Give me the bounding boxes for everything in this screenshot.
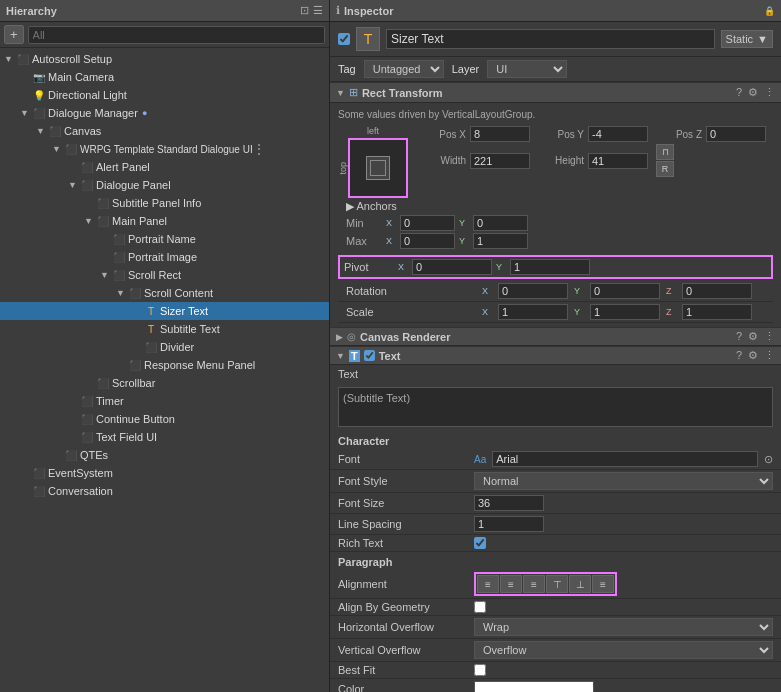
- font-size-input[interactable]: [474, 495, 544, 511]
- tree-item-sizer-text[interactable]: T Sizer Text: [0, 302, 329, 320]
- squish-bottom-btn[interactable]: R: [656, 161, 674, 177]
- pivot-y-input[interactable]: [510, 259, 590, 275]
- static-dropdown[interactable]: Static ▼: [721, 30, 773, 48]
- tree-item-main-camera[interactable]: 📷 Main Camera: [0, 68, 329, 86]
- tree-item-eventsystem[interactable]: ⬛ EventSystem: [0, 464, 329, 482]
- tree-item-dir-light[interactable]: 💡 Directional Light: [0, 86, 329, 104]
- text-enabled-checkbox[interactable]: [364, 350, 375, 361]
- add-object-button[interactable]: +: [4, 25, 24, 44]
- menu-icon[interactable]: ☰: [313, 4, 323, 17]
- rotation-z-input[interactable]: [682, 283, 752, 299]
- overflow-menu-icon[interactable]: ⋮: [764, 349, 775, 362]
- hierarchy-search[interactable]: [28, 26, 325, 44]
- tree-item-portrait-name[interactable]: ⬛ Portrait Name: [0, 230, 329, 248]
- squish-top-btn[interactable]: ⊓: [656, 144, 674, 160]
- tree-item-scrollbar[interactable]: ⬛ Scrollbar: [0, 374, 329, 392]
- tag-select[interactable]: Untagged: [364, 60, 444, 78]
- tree-item-wrpg[interactable]: ▼ ⬛ WRPG Template Standard Dialogue UI ⋮: [0, 140, 329, 158]
- max-y-input[interactable]: [473, 233, 528, 249]
- rect-transform-section-header[interactable]: ▼ ⊞ Rect Transform ? ⚙ ⋮: [330, 82, 781, 103]
- align-bottom-btn[interactable]: ≡: [592, 575, 614, 593]
- canvas-renderer-header[interactable]: ▶ ◎ Canvas Renderer ? ⚙ ⋮: [330, 327, 781, 346]
- tree-item-conversation[interactable]: ⬛ Conversation: [0, 482, 329, 500]
- pos-x-input[interactable]: [470, 126, 530, 142]
- align-middle-btn[interactable]: ⊥: [569, 575, 591, 593]
- question-mark-icon[interactable]: ?: [736, 86, 742, 99]
- inspector-lock-icon[interactable]: 🔒: [764, 6, 775, 16]
- hierarchy-header-icons: ⊡ ☰: [300, 4, 323, 17]
- scale-z-input[interactable]: [682, 304, 752, 320]
- best-fit-checkbox[interactable]: [474, 664, 486, 676]
- object-name-input[interactable]: [386, 29, 715, 49]
- tree-item-qtes[interactable]: ⬛ QTEs: [0, 446, 329, 464]
- tree-item-scroll-content[interactable]: ▼ ⬛ Scroll Content: [0, 284, 329, 302]
- lock-icon[interactable]: ⊡: [300, 4, 309, 17]
- align-top-btn[interactable]: ⊤: [546, 575, 568, 593]
- object-active-checkbox[interactable]: [338, 33, 350, 45]
- tree-item-textfield-ui[interactable]: ⬛ Text Field UI: [0, 428, 329, 446]
- align-by-geo-checkbox[interactable]: [474, 601, 486, 613]
- tree-item-label: Portrait Image: [128, 251, 197, 263]
- tree-item-continue-btn[interactable]: ⬛ Continue Button: [0, 410, 329, 428]
- text-component-header[interactable]: ▼ T Text ? ⚙ ⋮: [330, 346, 781, 365]
- align-right-btn[interactable]: ≡: [523, 575, 545, 593]
- anchor-widget[interactable]: [348, 138, 408, 198]
- max-x-input[interactable]: [400, 233, 455, 249]
- overflow-menu-icon[interactable]: ⋮: [764, 86, 775, 99]
- pos-y-input[interactable]: [588, 126, 648, 142]
- settings-icon[interactable]: ⚙: [748, 330, 758, 343]
- settings-icon[interactable]: ⚙: [748, 86, 758, 99]
- tree-item-response-menu[interactable]: ⬛ Response Menu Panel: [0, 356, 329, 374]
- tree-item-divider[interactable]: ⬛ Divider: [0, 338, 329, 356]
- tree-item-label: Canvas: [64, 125, 101, 137]
- tree-item-label: Portrait Name: [128, 233, 196, 245]
- tree-item-main-panel[interactable]: ▼ ⬛ Main Panel: [0, 212, 329, 230]
- font-style-select[interactable]: Normal: [474, 472, 773, 490]
- tree-item-dialogue-panel[interactable]: ▼ ⬛ Dialogue Panel: [0, 176, 329, 194]
- color-picker[interactable]: [474, 681, 594, 692]
- rich-text-label: Rich Text: [338, 537, 468, 549]
- color-row: Color: [330, 679, 781, 692]
- width-input[interactable]: [470, 153, 530, 169]
- pos-z-input[interactable]: [706, 126, 766, 142]
- text-content-area[interactable]: (Subtitle Text): [338, 387, 773, 427]
- v-overflow-select[interactable]: Overflow: [474, 641, 773, 659]
- scale-y-input[interactable]: [590, 304, 660, 320]
- min-y-input[interactable]: [473, 215, 528, 231]
- tree-item-label: Continue Button: [96, 413, 175, 425]
- pos-row: Pos X Pos Y Pos Z: [416, 126, 773, 142]
- question-mark-icon[interactable]: ?: [736, 349, 742, 362]
- rich-text-checkbox[interactable]: [474, 537, 486, 549]
- tree-item-portrait-img[interactable]: ⬛ Portrait Image: [0, 248, 329, 266]
- tree-item-subtitle-info[interactable]: ⬛ Subtitle Panel Info: [0, 194, 329, 212]
- overflow-menu-icon[interactable]: ⋮: [764, 330, 775, 343]
- font-select-icon[interactable]: ⊙: [764, 453, 773, 466]
- align-center-btn[interactable]: ≡: [500, 575, 522, 593]
- tree-item-autoscroll[interactable]: ▼ ⬛ Autoscroll Setup: [0, 50, 329, 68]
- font-input[interactable]: [492, 451, 758, 467]
- scale-x-input[interactable]: [498, 304, 568, 320]
- h-overflow-select[interactable]: Wrap: [474, 618, 773, 636]
- tree-item-canvas[interactable]: ▼ ⬛ Canvas: [0, 122, 329, 140]
- question-mark-icon[interactable]: ?: [736, 330, 742, 343]
- anchors-label[interactable]: ▶ Anchors: [346, 200, 765, 213]
- align-left-btn[interactable]: ≡: [477, 575, 499, 593]
- cube-icon: ⬛: [80, 394, 94, 408]
- tree-item-subtitle-text[interactable]: T Subtitle Text: [0, 320, 329, 338]
- settings-icon[interactable]: ⚙: [748, 349, 758, 362]
- rotation-x-input[interactable]: [498, 283, 568, 299]
- pivot-x-input[interactable]: [412, 259, 492, 275]
- tree-item-dialogue-mgr[interactable]: ▼ ⬛ Dialogue Manager ●: [0, 104, 329, 122]
- layer-select[interactable]: UI: [487, 60, 567, 78]
- min-x-input[interactable]: [400, 215, 455, 231]
- cube-icon: ⬛: [112, 250, 126, 264]
- rotation-y-input[interactable]: [590, 283, 660, 299]
- rt-fields: Pos X Pos Y Pos Z Width Height: [416, 126, 773, 179]
- text-icon: T: [144, 322, 158, 336]
- tree-item-scroll-rect[interactable]: ▼ ⬛ Scroll Rect: [0, 266, 329, 284]
- context-menu-icon[interactable]: ⋮: [253, 142, 265, 156]
- line-spacing-input[interactable]: [474, 516, 544, 532]
- height-input[interactable]: [588, 153, 648, 169]
- tree-item-timer[interactable]: ⬛ Timer: [0, 392, 329, 410]
- tree-item-alert[interactable]: ⬛ Alert Panel: [0, 158, 329, 176]
